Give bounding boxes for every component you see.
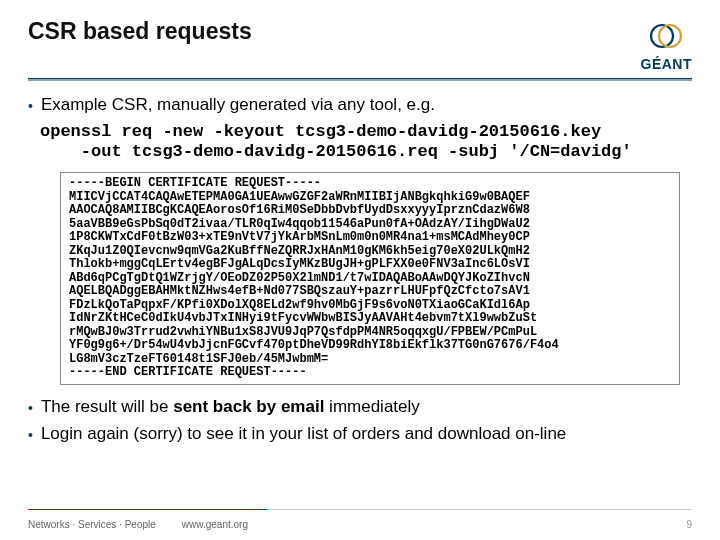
page-title: CSR based requests xyxy=(28,18,252,45)
bullet-dot-icon: • xyxy=(28,425,33,445)
certificate-request-box: -----BEGIN CERTIFICATE REQUEST----- MIIC… xyxy=(60,172,680,385)
certificate-request-content: -----BEGIN CERTIFICATE REQUEST----- MIIC… xyxy=(69,177,671,380)
bullet-3-text: Login again (sorry) to see it in your li… xyxy=(41,424,566,444)
footer: Networks · Services · People www.geant.o… xyxy=(0,519,720,530)
bullet-2-text: The result will be sent back by email im… xyxy=(41,397,420,417)
openssl-command: openssl req -new -keyout tcsg3-demo-davi… xyxy=(40,122,692,162)
logo-icon xyxy=(648,18,684,54)
footer-tagline: Networks · Services · People xyxy=(28,519,156,530)
footer-rule xyxy=(28,509,692,510)
bullet-1: • Example CSR, manually generated via an… xyxy=(28,95,692,116)
page-number: 9 xyxy=(686,519,692,530)
bullet-2-post: immediately xyxy=(324,397,419,416)
bullet-dot-icon: • xyxy=(28,96,33,116)
bullet-2-pre: The result will be xyxy=(41,397,173,416)
bullet-dot-icon: • xyxy=(28,398,33,418)
bullet-3: • Login again (sorry) to see it in your … xyxy=(28,424,692,445)
footer-url: www.geant.org xyxy=(182,519,248,530)
logo: GÉANT xyxy=(641,18,693,72)
logo-text: GÉANT xyxy=(641,56,693,72)
bullet-2-bold: sent back by email xyxy=(173,397,324,416)
bullet-1-text: Example CSR, manually generated via any … xyxy=(41,95,435,115)
bullet-2: • The result will be sent back by email … xyxy=(28,397,692,418)
